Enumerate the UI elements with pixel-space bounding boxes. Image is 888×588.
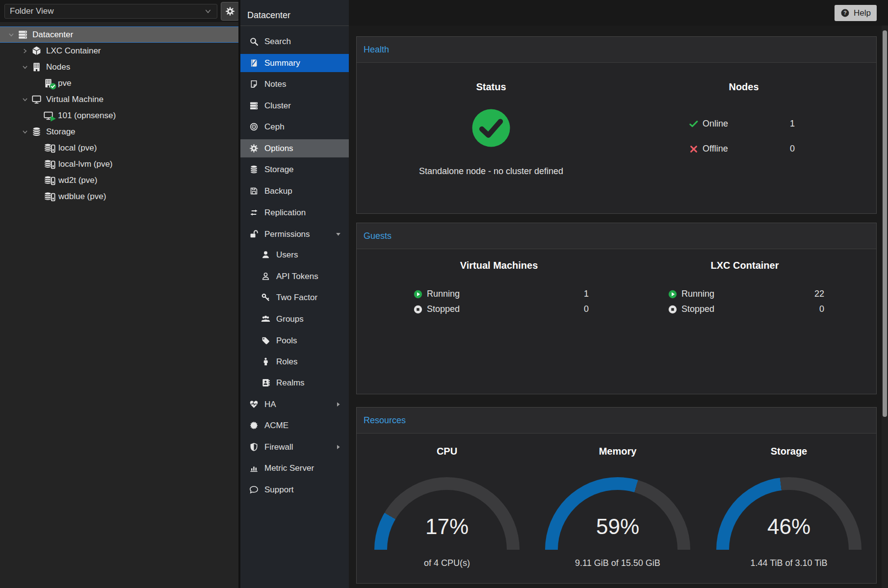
cluster-status-text: Standalone node - no cluster defined — [393, 166, 589, 177]
user-outline-icon — [261, 272, 270, 281]
tree-item-pve[interactable]: pve — [0, 75, 238, 91]
menu-item-acme[interactable]: ACME — [240, 416, 349, 435]
menu-item-options[interactable]: Options — [240, 139, 349, 157]
tree-item-label: pve — [58, 78, 71, 88]
tree-item-label: LXC Container — [46, 46, 101, 56]
tree-item-storage-wd2t[interactable]: wd2t (pve) — [0, 172, 238, 188]
tree-item-label: 101 (opnsense) — [58, 111, 116, 121]
resources-panel-header: Resources — [357, 408, 876, 434]
menu-item-storage[interactable]: Storage — [240, 160, 349, 179]
menu-item-label: Metric Server — [264, 463, 314, 473]
menu-item-permissions[interactable]: Permissions — [240, 225, 349, 243]
tree-item-storage-local[interactable]: local (pve) — [0, 140, 238, 156]
monitor-icon — [31, 94, 42, 104]
shield-icon — [249, 442, 259, 452]
help-button[interactable]: Help — [835, 5, 877, 21]
offline-label: Offline — [703, 144, 728, 154]
menu-item-pools[interactable]: Pools — [240, 332, 349, 350]
menu-item-label: Search — [264, 37, 291, 47]
offline-cross-icon — [689, 144, 699, 154]
running-play-circle-icon — [668, 289, 678, 299]
expander-down-icon[interactable] — [21, 96, 29, 103]
online-badge-icon — [50, 83, 56, 90]
storage-heading: Storage — [715, 446, 862, 457]
tree-item-label: local (pve) — [58, 143, 97, 153]
nodes-heading: Nodes — [646, 81, 842, 93]
menu-item-cluster[interactable]: Cluster — [240, 97, 349, 115]
memory-heading: Memory — [544, 446, 691, 457]
running-play-circle-icon — [413, 289, 423, 299]
tree-item-lxc-container[interactable]: LXC Container — [0, 43, 238, 59]
menu-item-metric-server[interactable]: Metric Server — [240, 459, 349, 477]
caret-right-icon — [335, 401, 342, 408]
users-group-icon — [261, 314, 270, 324]
expander-down-icon[interactable] — [21, 64, 29, 71]
tree-item-storage[interactable]: Storage — [0, 124, 238, 140]
tree-item-nodes[interactable]: Nodes — [0, 59, 238, 75]
server-stack-icon — [249, 101, 259, 110]
datacenter-icon — [18, 29, 28, 40]
menu-item-support[interactable]: Support — [240, 481, 349, 499]
menu-item-ceph[interactable]: Ceph — [240, 118, 349, 136]
expander-right-icon[interactable] — [21, 48, 29, 54]
sync-arrows-icon — [249, 208, 259, 217]
cpu-gauge-subtext: of 4 CPU(s) — [349, 558, 545, 568]
tree-item-storage-local-lvm[interactable]: local-lvm (pve) — [0, 156, 238, 172]
menu-item-label: Pools — [276, 336, 297, 346]
view-selector-value: Folder View — [10, 6, 53, 16]
menu-item-two-factor[interactable]: Two Factor — [240, 288, 349, 307]
running-badge-icon — [50, 115, 56, 122]
view-selector[interactable]: Folder View — [4, 4, 217, 19]
lxc-running-label: Running — [681, 289, 714, 299]
menu-item-firewall[interactable]: Firewall — [240, 438, 349, 456]
guests-panel-header: Guests — [357, 223, 876, 249]
status-ok-check-circle-icon — [470, 107, 512, 149]
status-heading: Status — [393, 81, 589, 93]
user-icon — [261, 250, 270, 259]
menu-item-roles[interactable]: Roles — [240, 353, 349, 371]
menu-item-label: Backup — [264, 186, 292, 196]
menu-item-replication[interactable]: Replication — [240, 204, 349, 222]
menu-item-ha[interactable]: HA — [240, 395, 349, 413]
ceph-icon — [249, 122, 259, 131]
expander-down-icon[interactable] — [21, 128, 29, 135]
menu-item-notes[interactable]: Notes — [240, 75, 349, 93]
menu-item-api-tokens[interactable]: API Tokens — [240, 267, 349, 285]
cpu-gauge-value: 17% — [374, 514, 520, 539]
menu-item-groups[interactable]: Groups — [240, 310, 349, 328]
menu-item-backup[interactable]: Backup — [240, 182, 349, 200]
tree-item-label: Virtual Machine — [46, 95, 104, 104]
menu-item-realms[interactable]: Realms — [240, 374, 349, 392]
vm-heading: Virtual Machines — [401, 260, 597, 271]
certificate-seal-icon — [249, 421, 259, 430]
expander-down-icon[interactable] — [7, 31, 16, 38]
key-icon — [261, 293, 270, 302]
menu-item-search[interactable]: Search — [240, 32, 349, 51]
online-label: Online — [703, 119, 728, 129]
menu-divider — [240, 26, 349, 26]
lxc-running-count: 22 — [795, 289, 824, 299]
menu-item-summary[interactable]: Summary — [240, 54, 349, 72]
menu-item-label: Roles — [276, 357, 297, 367]
menu-item-users[interactable]: Users — [240, 246, 349, 264]
menu-item-label: Groups — [276, 314, 304, 324]
tree-item-storage-wdblue[interactable]: wdblue (pve) — [0, 188, 238, 205]
tree-settings-button[interactable] — [221, 2, 239, 21]
caret-right-icon — [335, 443, 342, 451]
storage-gauge: 46% — [716, 477, 862, 550]
tree-item-vm-101[interactable]: 101 (opnsense) — [0, 107, 238, 124]
vertical-scrollbar-thumb[interactable] — [883, 30, 887, 417]
storage-gauge-subtext: 1.44 TiB of 3.10 TiB — [691, 558, 887, 568]
health-panel: Health — [356, 36, 877, 214]
storage-drive-icon — [43, 175, 55, 186]
menu-item-label: Storage — [264, 165, 294, 175]
search-icon — [249, 37, 259, 46]
address-book-icon — [261, 378, 270, 387]
vm-running-count: 1 — [559, 289, 589, 299]
vm-running-label: Running — [427, 289, 460, 299]
menu-item-label: Realms — [276, 378, 305, 388]
tree-item-datacenter[interactable]: Datacenter — [0, 26, 238, 43]
menu-item-label: API Tokens — [276, 272, 318, 281]
tree-item-virtual-machine[interactable]: Virtual Machine — [0, 91, 238, 107]
menu-item-label: Cluster — [264, 101, 291, 111]
